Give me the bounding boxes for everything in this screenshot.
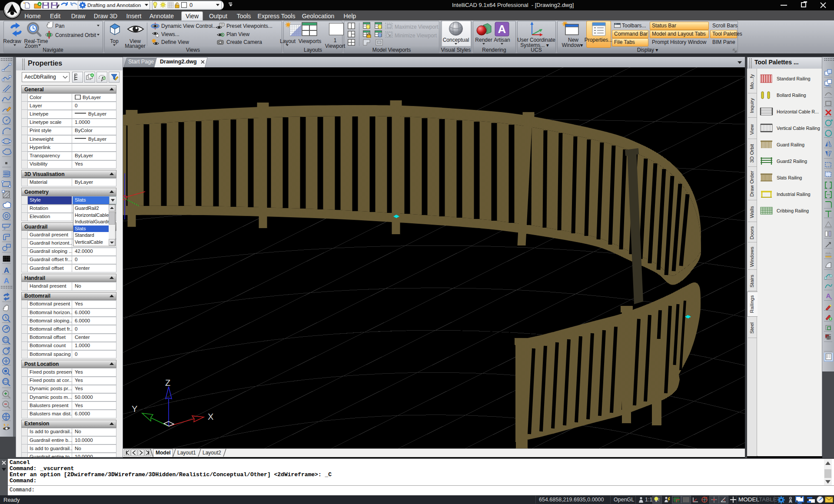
svg-text:Z: Z <box>165 378 170 388</box>
svg-text:A: A <box>4 277 9 285</box>
svg-text:A: A <box>498 23 506 36</box>
svg-text:A: A <box>826 292 831 299</box>
svg-text:Y: Y <box>132 404 137 414</box>
svg-text:X: X <box>208 412 213 421</box>
